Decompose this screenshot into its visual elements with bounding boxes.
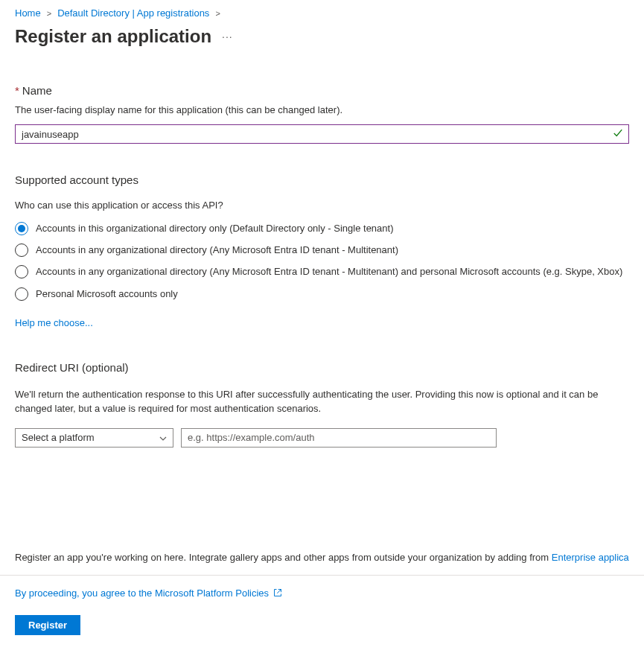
chevron-right-icon: > [47, 9, 51, 18]
account-types-heading: Supported account types [15, 173, 629, 186]
radio-label: Personal Microsoft accounts only [36, 287, 178, 301]
redirect-uri-input[interactable] [181, 428, 497, 448]
name-label: *Name [15, 84, 629, 97]
help-me-choose-link[interactable]: Help me choose... [15, 317, 93, 328]
enterprise-applications-link[interactable]: Enterprise application [552, 552, 629, 563]
breadcrumb-directory[interactable]: Default Directory | App registrations [57, 7, 209, 19]
chevron-down-icon [159, 433, 167, 442]
register-button[interactable]: Register [15, 615, 80, 635]
account-types-radio-group: Accounts in this organizational director… [15, 221, 629, 301]
platform-select[interactable]: Select a platform [15, 428, 173, 448]
radio-single-tenant[interactable]: Accounts in this organizational director… [15, 221, 629, 235]
page-title: Register an application [15, 26, 211, 47]
radio-label: Accounts in any organizational directory… [36, 243, 398, 257]
chevron-right-icon: > [215, 9, 220, 18]
redirect-uri-description: We'll return the authentication response… [15, 387, 629, 416]
checkmark-icon [613, 128, 623, 141]
radio-label: Accounts in this organizational director… [36, 221, 394, 235]
radio-icon [15, 243, 28, 257]
platform-select-label: Select a platform [22, 432, 95, 443]
radio-label: Accounts in any organizational directory… [36, 264, 622, 278]
name-description: The user-facing display name for this ap… [15, 104, 629, 115]
radio-icon [15, 265, 28, 278]
required-asterisk-icon: * [15, 84, 19, 97]
external-link-icon [273, 588, 282, 597]
account-types-sub: Who can use this application or access t… [15, 200, 629, 211]
name-input[interactable] [15, 124, 629, 144]
divider [0, 575, 644, 576]
radio-multitenant-personal[interactable]: Accounts in any organizational directory… [15, 264, 629, 278]
breadcrumb: Home > Default Directory | App registrat… [15, 7, 629, 19]
integrate-note: Register an app you're working on here. … [15, 552, 629, 563]
radio-personal-only[interactable]: Personal Microsoft accounts only [15, 287, 629, 301]
breadcrumb-home[interactable]: Home [15, 7, 41, 19]
more-actions-icon[interactable]: ··· [222, 31, 233, 42]
radio-icon [15, 222, 28, 235]
redirect-uri-heading: Redirect URI (optional) [15, 361, 629, 374]
radio-icon [15, 287, 28, 301]
platform-policies-link[interactable]: By proceeding, you agree to the Microsof… [15, 587, 269, 599]
radio-multitenant[interactable]: Accounts in any organizational directory… [15, 243, 629, 257]
